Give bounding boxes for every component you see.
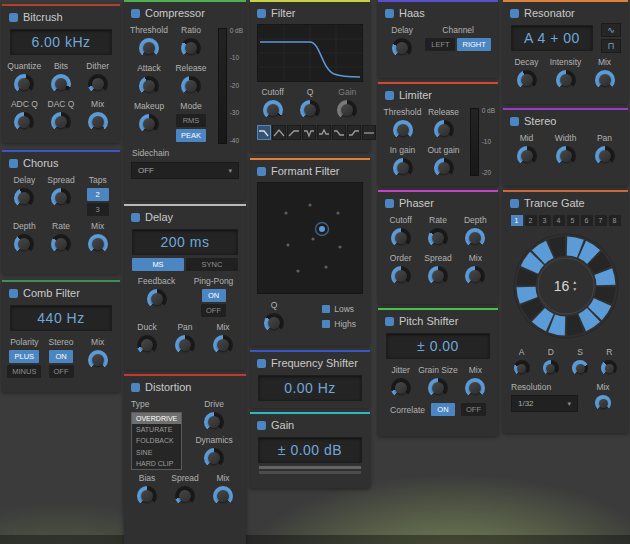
pattern-step-button[interactable]: 5 — [567, 215, 579, 226]
freq-shifter-value-display[interactable]: 0.00 Hz — [258, 375, 362, 401]
delay-enable-checkbox[interactable] — [131, 213, 140, 222]
polarity-minus-button[interactable]: MINUS — [7, 365, 41, 378]
trance-gate-enable-checkbox[interactable] — [510, 199, 519, 208]
pattern-step-button[interactable]: 8 — [609, 215, 621, 226]
bitcrush-dac-q-knob[interactable] — [51, 112, 71, 132]
distortion-type-item[interactable]: FOLDBACK — [132, 435, 181, 446]
pitch-value-display[interactable]: ± 0.00 — [386, 333, 490, 359]
trance-gate-decay-knob[interactable] — [543, 360, 559, 376]
resonator-mix-knob[interactable] — [595, 70, 615, 90]
taps-2-button[interactable]: 2 — [87, 188, 109, 201]
delay-mix-knob[interactable] — [213, 335, 233, 355]
notch-icon[interactable] — [302, 125, 316, 140]
resonator-intensity-knob[interactable] — [556, 70, 576, 90]
correlate-off-button[interactable]: OFF — [461, 403, 486, 416]
haas-delay-knob[interactable] — [392, 38, 412, 58]
distortion-type-item[interactable]: SATURATE — [132, 424, 181, 435]
pattern-step-button[interactable]: 1 — [511, 215, 523, 226]
freq-shifter-enable-checkbox[interactable] — [257, 359, 266, 368]
resonator-decay-knob[interactable] — [517, 70, 537, 90]
phaser-mix-knob[interactable] — [465, 266, 485, 286]
stereo-on-button[interactable]: ON — [49, 350, 73, 363]
distortion-mix-knob[interactable] — [213, 486, 233, 506]
highs-toggle[interactable]: Highs — [322, 319, 356, 329]
pulse-wave-icon[interactable]: ⊓ — [601, 39, 621, 53]
distortion-drive-knob[interactable] — [204, 412, 224, 432]
limiter-out-gain-knob[interactable] — [434, 158, 454, 178]
formant-enable-checkbox[interactable] — [257, 167, 266, 176]
trance-gate-attack-knob[interactable] — [514, 360, 530, 376]
delay-duck-knob[interactable] — [137, 335, 157, 355]
filter-enable-checkbox[interactable] — [257, 9, 266, 18]
distortion-type-item[interactable]: HARD CLIP — [132, 458, 181, 469]
bitcrush-adc-q-knob[interactable] — [14, 112, 34, 132]
phaser-cutoff-knob[interactable] — [391, 228, 411, 248]
pitch-enable-checkbox[interactable] — [385, 317, 394, 326]
spinner-up-icon[interactable]: ▲ — [572, 280, 577, 286]
ms-button[interactable]: MS — [132, 258, 184, 271]
comb-mix-knob[interactable] — [88, 350, 108, 370]
distortion-dynamics-knob[interactable] — [204, 448, 224, 468]
resonator-value-display[interactable]: A 4 + 00 — [511, 25, 593, 51]
chorus-depth-knob[interactable] — [14, 234, 34, 254]
trance-gate-length-display[interactable]: 16 ▲ ▼ — [510, 230, 622, 342]
pattern-step-button[interactable]: 7 — [595, 215, 607, 226]
bitcrush-dither-knob[interactable] — [88, 74, 108, 94]
limiter-release-knob[interactable] — [434, 120, 454, 140]
mode-rms-button[interactable]: RMS — [176, 114, 206, 127]
high-shelf-icon[interactable] — [347, 125, 361, 140]
distortion-spread-knob[interactable] — [175, 486, 195, 506]
filter-gain-knob[interactable] — [337, 100, 357, 120]
peak-icon[interactable] — [317, 125, 331, 140]
filter-response-graph[interactable] — [257, 24, 363, 82]
compressor-attack-knob[interactable] — [139, 76, 159, 96]
distortion-enable-checkbox[interactable] — [131, 383, 140, 392]
phaser-rate-knob[interactable] — [428, 228, 448, 248]
stereo-width-knob[interactable] — [556, 146, 576, 166]
comb-value-display[interactable]: 440 Hz — [10, 305, 112, 331]
channel-right-button[interactable]: RIGHT — [457, 38, 490, 51]
bitcrush-enable-checkbox[interactable] — [9, 13, 18, 22]
bitcrush-value-display[interactable]: 6.00 kHz — [10, 29, 112, 55]
phaser-enable-checkbox[interactable] — [385, 199, 394, 208]
resolution-select[interactable]: 1/32 ▾ — [511, 395, 578, 412]
gain-value-display[interactable]: ± 0.00 dB — [258, 437, 362, 463]
pitch-mix-knob[interactable] — [465, 378, 485, 398]
distortion-type-item[interactable]: OVERDRIVE — [132, 413, 181, 424]
formant-xy-pad[interactable] — [257, 182, 363, 294]
filter-cutoff-knob[interactable] — [263, 100, 283, 120]
delay-feedback-knob[interactable] — [147, 289, 167, 309]
pattern-step-button[interactable]: 6 — [581, 215, 593, 226]
phaser-depth-knob[interactable] — [465, 228, 485, 248]
ping-pong-on-button[interactable]: ON — [202, 289, 226, 302]
limiter-threshold-knob[interactable] — [393, 120, 413, 140]
phaser-spread-knob[interactable] — [428, 266, 448, 286]
compressor-ratio-knob[interactable] — [181, 38, 201, 58]
stereo-off-button[interactable]: OFF — [49, 365, 74, 378]
trance-gate-mix-knob[interactable] — [595, 395, 611, 411]
compressor-release-knob[interactable] — [181, 76, 201, 96]
spinner-down-icon[interactable]: ▼ — [572, 287, 577, 293]
bitcrush-bits-knob[interactable] — [51, 74, 71, 94]
bitcrush-quantize-knob[interactable] — [14, 74, 34, 94]
sync-button[interactable]: SYNC — [186, 258, 238, 271]
pattern-step-button[interactable]: 2 — [525, 215, 537, 226]
chorus-delay-knob[interactable] — [14, 188, 34, 208]
pattern-step-button[interactable]: 3 — [539, 215, 551, 226]
comb-enable-checkbox[interactable] — [9, 289, 18, 298]
sine-wave-icon[interactable]: ∿ — [601, 23, 621, 37]
stereo-enable-checkbox[interactable] — [510, 117, 519, 126]
low-shelf-icon[interactable] — [332, 125, 346, 140]
limiter-in-gain-knob[interactable] — [393, 158, 413, 178]
ping-pong-off-button[interactable]: OFF — [201, 304, 226, 317]
filter-q-knob[interactable] — [300, 100, 320, 120]
mode-peak-button[interactable]: PEAK — [176, 129, 206, 142]
resonator-enable-checkbox[interactable] — [510, 9, 519, 18]
sidechain-select[interactable]: OFF ▾ — [131, 162, 239, 179]
high-pass-icon[interactable] — [287, 125, 301, 140]
pattern-step-button[interactable]: 4 — [553, 215, 565, 226]
polarity-plus-button[interactable]: PLUS — [9, 350, 39, 363]
compressor-makeup-knob[interactable] — [139, 114, 159, 134]
compressor-enable-checkbox[interactable] — [131, 9, 140, 18]
chorus-spread-knob[interactable] — [51, 188, 71, 208]
